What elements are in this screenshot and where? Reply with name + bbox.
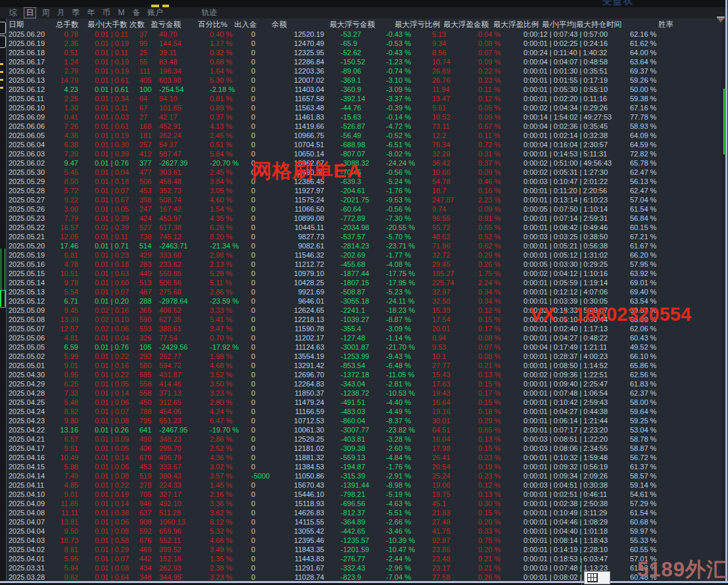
table-row[interactable]: 2025.04.255.480.01 | 0.06450312.652.80 %… — [7, 398, 726, 407]
table-row[interactable]: 2025.06.054.360.01 | 0.19181262.242.45 %… — [7, 131, 726, 140]
cell-max-float-loss-pct: -6.51 % — [386, 141, 424, 149]
table-row[interactable]: 2025.04.308.950.01 | 0.22585431.873.52 %… — [7, 370, 726, 379]
table-row[interactable]: 2025.06.046.380.01 | 0.3025754.370.51 %0… — [7, 140, 726, 149]
menu-item-2[interactable]: 日 — [24, 7, 36, 18]
table-row[interactable]: 2025.06.112.250.01 | 0.346494.100.81 %01… — [7, 94, 726, 103]
table-row[interactable]: 2025.04.155.880.01 | 0.06453333.673.02 %… — [7, 462, 726, 471]
column-header-8[interactable]: 余额 — [272, 20, 287, 30]
table-row[interactable]: 2025.05.149.780.01 | 0.60513506.565.11 %… — [7, 278, 726, 287]
table-row[interactable]: 2025.04.239.800.01 | 0.08795651.236.47 %… — [7, 416, 726, 425]
cell-max-float-profit: 12.2 — [432, 131, 465, 140]
cell-deposit: 0 — [251, 251, 278, 260]
table-row[interactable]: 2025.05.237.790.01 | 0.39424453.974.35 %… — [7, 214, 726, 223]
table-row[interactable]: 2025.06.1314.790.01 | 0.61405603.985.30 … — [7, 76, 726, 85]
table-row[interactable]: 2025.05.056.590.01 | 0.76105-2429.56-17.… — [7, 342, 726, 352]
column-header-9[interactable]: 最大浮亏金额 — [329, 20, 375, 30]
cell-max-float-loss-pct: -21.70 % — [386, 343, 424, 352]
menu-item-8[interactable]: M — [117, 8, 126, 18]
table-row[interactable]: 2025.05.2112.050.01 | 0.11738745.128.20 … — [7, 232, 726, 241]
table-row[interactable]: 2025.05.164.780.01 | 0.18283233.622.13 %… — [7, 260, 726, 269]
cell-percent: 1.35 % — [210, 555, 244, 563]
table-row[interactable]: 2025.03.289.620.01 | 0.64348344.953.23 %… — [7, 573, 726, 582]
table-row[interactable]: 2025.04.109.010.01 | 0.19705327.172.16 %… — [7, 490, 726, 499]
table-row[interactable]: 2025.05.126.710.01 | 0.20288-2978.64-23.… — [7, 296, 726, 306]
column-header-5[interactable]: 盈亏金额 — [151, 20, 181, 30]
cell-win-rate: 59.38 % — [630, 95, 667, 103]
column-header-14[interactable]: 胜率 — [658, 20, 673, 30]
table-row[interactable]: 2025.06.124.230.01 | 0.61100-254.54-2.18… — [7, 85, 726, 94]
menu-item-9[interactable]: 备 — [132, 8, 141, 18]
column-header-3[interactable]: 最小|大手数 — [87, 20, 128, 30]
table-row[interactable]: 2025.06.067.260.01 | 0.61168452.914.13 %… — [7, 122, 726, 131]
table-row[interactable]: 2025.04.0318.730.01 | 0.58676552.114.66 … — [7, 536, 726, 545]
table-row[interactable]: 2025.06.101.300.01 | 0.1167101.650.89 %0… — [7, 103, 726, 112]
table-row[interactable]: 2025.05.025.990.01 | 0.22292262.771.98 %… — [7, 352, 726, 361]
table-row[interactable]: 2025.05.285.720.01 | 0.07453352.733.05 %… — [7, 186, 726, 195]
table-row[interactable]: 2025.04.114.850.01 | 0.22279224.331.45 %… — [7, 480, 726, 490]
table-row[interactable]: 2025.05.0813.390.02 | 0.10590627.355.41 … — [7, 315, 726, 324]
column-header-1[interactable]: 日期 — [9, 20, 24, 30]
table-row[interactable]: 2025.06.162.790.01 | 0.19111196.341.64 %… — [7, 66, 726, 76]
table-row[interactable]: 2025.04.2213.160.01 | 0.26641-2467.95-19… — [7, 425, 726, 434]
cell-deposit: 0 — [251, 131, 278, 140]
cell-win-rate: 58.87 % — [630, 444, 667, 453]
table-row[interactable]: 2025.04.0811.110.01 | 0.38637511.283.62 … — [7, 508, 726, 517]
menu-item-5[interactable]: 季 — [72, 8, 80, 18]
table-row[interactable]: 2025.04.0911.850.01 | 0.14946492.103.36 … — [7, 499, 726, 508]
menu-item-track[interactable]: 轨迹 — [201, 7, 217, 18]
table-row[interactable]: 2025.06.171.240.01 | 0.195583.480.68 %01… — [7, 57, 726, 66]
table-row[interactable]: 2025.04.015.950.01 | 0.07442152.161.35 %… — [7, 554, 726, 563]
table-row[interactable]: 2025.04.248.820.01 | 0.07788454.064.24 %… — [7, 407, 726, 416]
table-row[interactable]: 2025.05.064.810.01 | 0.0432677.540.70 %0… — [7, 333, 726, 342]
menu-item-10[interactable]: 账户 — [147, 8, 163, 18]
table-popup-button[interactable] — [584, 571, 610, 584]
table-row[interactable]: 2025.05.099.450.02 | 0.16365406.523.33 %… — [7, 306, 726, 315]
cell-max-float-loss-pct: -4.72 % — [386, 122, 424, 131]
table-row[interactable]: 2025.06.192.360.01 | 0.1999144.541.17 %0… — [7, 39, 726, 48]
table-row[interactable]: 2025.04.1610.490.01 | 0.14670496.794.36 … — [7, 453, 726, 462]
table-row[interactable]: 2025.06.037.390.01 | 0.39412587.475.84 %… — [7, 149, 726, 158]
column-header-7[interactable]: 出入金 — [234, 20, 257, 30]
table-row[interactable]: 2025.05.263.000.01 | 0.05247167.421.54 %… — [7, 204, 726, 214]
column-header-11[interactable]: 最大浮盈金额 — [443, 20, 489, 30]
table-row[interactable]: 2025.05.0712.570.02 | 0.06593388.613.47 … — [7, 324, 726, 333]
cell-win-rate: 62.47 % — [630, 187, 667, 195]
table-row[interactable]: 2025.05.1510.510.01 | 0.63449550.855.28 … — [7, 269, 726, 278]
menu-item-4[interactable]: 月 — [57, 8, 65, 18]
column-header-4[interactable]: 次数 — [130, 20, 145, 30]
table-row[interactable]: 2025.04.296.250.01 | 0.05558414.463.50 %… — [7, 379, 726, 388]
menu-item-7[interactable]: 币 — [102, 8, 110, 18]
table-row[interactable]: 2025.04.175.510.01 | 0.05406299.702.52 %… — [7, 444, 726, 453]
column-header-12[interactable]: 最大浮盈比例 — [493, 20, 539, 30]
cell-balance: 12218.13 — [276, 316, 324, 324]
table-row[interactable]: 2025.05.2216.570.01 | 0.39527617.386.28 … — [7, 223, 726, 232]
table-row[interactable]: 2025.06.090.410.01 | 0.032742.170.37 %01… — [7, 112, 726, 122]
table-row[interactable]: 2025.05.305.450.01 | 0.04477303.612.45 %… — [7, 168, 726, 177]
column-header-2[interactable]: 总手数 — [56, 20, 79, 30]
menu-item-6[interactable]: 年 — [87, 8, 95, 18]
table-row[interactable]: 2025.05.298.500.01 | 0.18506458.483.84 %… — [7, 177, 726, 186]
table-row[interactable]: 2025.06.029.470.01 | 0.76377-2627.39-20.… — [7, 158, 726, 168]
table-row[interactable]: 2025.03.315.940.01 | 0.08434262.932.38 %… — [7, 563, 726, 573]
table-row[interactable]: 2025.04.049.500.01 | 0.08592659.965.32 %… — [7, 526, 726, 536]
cell-trades: 257 — [139, 141, 159, 149]
table-row[interactable]: 2025.04.0713.810.01 | 0.069081060.138.12… — [7, 517, 726, 526]
table-row[interactable]: 2025.05.196.810.01 | 0.23429333.602.98 %… — [7, 250, 726, 260]
table-row[interactable]: 2025.05.135.540.01 | 0.07487275.682.86 %… — [7, 287, 726, 296]
table-row[interactable]: 2025.06.180.510.01 | 0.112539.110.32 %01… — [7, 48, 726, 57]
table-row[interactable]: 2025.04.216.570.01 | 0.09490348.232.86 %… — [7, 434, 726, 444]
cell-max-float-profit-pct: 0.34 % — [478, 288, 511, 296]
table-row[interactable]: 2025.06.200.780.01 | 0.113749.700.40 %01… — [7, 30, 726, 39]
table-row[interactable]: 2025.05.2017.460.01 | 0.71514-2463.71-21… — [7, 241, 726, 250]
table-row[interactable]: 2025.04.028.810.01 | 0.29469399.523.49 %… — [7, 545, 726, 554]
table-row[interactable]: 2025.04.147.490.01 | 0.08519380.433.57 %… — [7, 471, 726, 480]
menu-item-3[interactable]: 周 — [41, 8, 50, 18]
menu-item-1[interactable]: 综 — [9, 8, 17, 18]
table-row[interactable]: 2025.05.019.010.01 | 0.16580594.724.68 %… — [7, 361, 726, 370]
table-row[interactable]: 2025.04.287.330.01 | 0.14558371.133.23 %… — [7, 388, 726, 398]
scroll-up-arrow-icon[interactable] — [717, 18, 725, 22]
column-header-6[interactable]: 百分比% — [198, 20, 228, 30]
table-row[interactable]: 2025.05.279.220.01 | 0.67398508.744.60 %… — [7, 195, 726, 204]
column-header-13[interactable]: 最小|平均|最大持仓时间 — [542, 20, 621, 30]
column-header-10[interactable]: 最大浮亏比例 — [395, 20, 440, 30]
